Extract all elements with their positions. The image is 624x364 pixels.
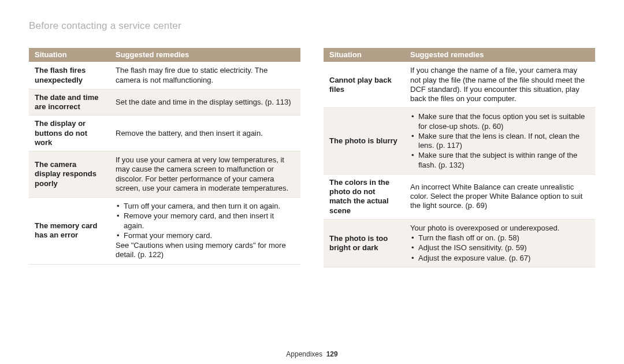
situation-cell: The date and time are incorrect <box>29 89 110 116</box>
troubleshooting-table-right: Situation Suggested remedies Cannot play… <box>324 48 595 268</box>
remedy-bullet: Turn the flash off or on. (p. 58) <box>410 233 589 243</box>
table-row: The photo is too bright or darkYour phot… <box>324 219 595 267</box>
remedy-text: Your photo is overexposed or underexpose… <box>410 224 589 233</box>
remedy-bullet: Turn off your camera, and then turn it o… <box>116 202 295 211</box>
left-column: Situation Suggested remedies The flash f… <box>29 48 300 268</box>
situation-cell: The memory card has an error <box>29 198 110 265</box>
header-situation: Situation <box>324 48 404 62</box>
remedy-text: If you use your camera at very low tempe… <box>116 155 295 193</box>
table-row: The memory card has an errorTurn off you… <box>29 198 300 265</box>
remedy-text: The flash may fire due to static electri… <box>116 66 295 85</box>
remedy-bullet-list: Make sure that the focus option you set … <box>410 112 589 170</box>
remedy-text: If you change the name of a file, your c… <box>410 66 589 103</box>
table-row: The flash fires unexpectedlyThe flash ma… <box>29 62 300 89</box>
troubleshooting-table-left: Situation Suggested remedies The flash f… <box>29 48 300 265</box>
page-footer: Appendixes 129 <box>0 350 624 358</box>
remedy-text: See "Cautions when using memory cards" f… <box>116 241 295 260</box>
remedy-cell: Set the date and time in the display set… <box>110 89 300 116</box>
footer-page-number: 129 <box>326 350 338 358</box>
remedy-cell: If you change the name of a file, your c… <box>404 62 595 108</box>
remedy-bullet: Make sure that the subject is within ran… <box>410 151 589 170</box>
remedy-bullet: Format your memory card. <box>116 231 295 240</box>
remedy-cell: An incorrect White Balance can create un… <box>404 174 595 219</box>
table-row: Cannot play back filesIf you change the … <box>324 62 595 108</box>
remedy-bullet: Adjust the exposure value. (p. 67) <box>410 254 589 263</box>
situation-cell: The photo is blurry <box>324 108 404 174</box>
remedy-cell: Turn off your camera, and then turn it o… <box>110 198 300 265</box>
situation-cell: Cannot play back files <box>324 62 404 108</box>
remedy-text: Remove the battery, and then insert it a… <box>116 129 295 138</box>
remedy-bullet-list: Turn the flash off or on. (p. 58)Adjust … <box>410 233 589 263</box>
table-row: The display or buttons do not workRemove… <box>29 116 300 151</box>
situation-cell: The display or buttons do not work <box>29 116 110 151</box>
header-situation: Situation <box>29 48 110 62</box>
remedy-cell: Your photo is overexposed or underexpose… <box>404 219 595 267</box>
remedy-bullet-list: Turn off your camera, and then turn it o… <box>116 202 295 240</box>
remedy-cell: The flash may fire due to static electri… <box>110 62 300 89</box>
remedy-text: Set the date and time in the display set… <box>116 98 295 107</box>
situation-cell: The camera display responds poorly <box>29 151 110 198</box>
situation-cell: The flash fires unexpectedly <box>29 62 110 89</box>
remedy-bullet: Make sure that the lens is clean. If not… <box>410 132 589 151</box>
remedy-cell: Remove the battery, and then insert it a… <box>110 116 300 151</box>
remedy-text: An incorrect White Balance can create un… <box>410 183 589 211</box>
header-remedies: Suggested remedies <box>110 48 300 62</box>
remedy-bullet: Adjust the ISO sensitivity. (p. 59) <box>410 243 589 252</box>
footer-section: Appendixes <box>286 350 322 358</box>
two-column-layout: Situation Suggested remedies The flash f… <box>29 48 595 268</box>
table-row: The colors in the photo do not match the… <box>324 174 595 219</box>
right-column: Situation Suggested remedies Cannot play… <box>324 48 595 268</box>
situation-cell: The photo is too bright or dark <box>324 219 404 267</box>
remedy-bullet: Make sure that the focus option you set … <box>410 112 589 131</box>
table-row: The date and time are incorrectSet the d… <box>29 89 300 116</box>
page-title: Before contacting a service center <box>29 20 595 32</box>
remedy-bullet: Remove your memory card, and then insert… <box>116 211 295 231</box>
table-row: The photo is blurryMake sure that the fo… <box>324 108 595 174</box>
situation-cell: The colors in the photo do not match the… <box>324 174 404 219</box>
table-row: The camera display responds poorlyIf you… <box>29 151 300 198</box>
header-remedies: Suggested remedies <box>404 48 595 62</box>
remedy-cell: If you use your camera at very low tempe… <box>110 151 300 198</box>
remedy-cell: Make sure that the focus option you set … <box>404 108 595 174</box>
